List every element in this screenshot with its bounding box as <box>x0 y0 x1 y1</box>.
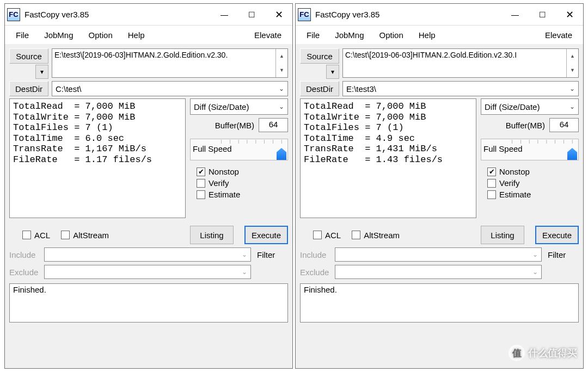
destdir-button[interactable]: DestDir <box>9 81 48 96</box>
source-history-dropdown[interactable]: ▾ <box>35 65 48 79</box>
chevron-down-icon: ⌄ <box>242 251 247 258</box>
menubar: File JobMng Option Help Elevate <box>5 26 292 44</box>
exclude-label: Exclude <box>300 268 332 277</box>
verify-checkbox[interactable]: Verify <box>197 178 286 188</box>
acl-checkbox[interactable]: ACL <box>22 231 50 240</box>
window-title: FastCopy ver3.85 <box>24 10 211 19</box>
source-button[interactable]: Source <box>300 48 339 64</box>
minimize-button[interactable]: — <box>501 4 529 25</box>
close-button[interactable]: ✕ <box>265 4 292 25</box>
chevron-down-icon: ⌄ <box>569 85 575 92</box>
buffer-label: Buffer(MB) <box>215 121 254 130</box>
nonstop-checkbox[interactable]: ✔Nonstop <box>197 167 286 176</box>
menu-file[interactable]: File <box>299 28 327 42</box>
include-select[interactable]: ⌄ <box>44 247 251 262</box>
speed-slider[interactable]: | | | | | | | | Full Speed <box>190 139 288 160</box>
exclude-select[interactable]: ⌄ <box>335 265 542 279</box>
menu-help[interactable]: Help <box>120 28 152 42</box>
fastcopy-window: FC FastCopy ver3.85 — ☐ ✕ File JobMng Op… <box>4 3 293 369</box>
source-path-input[interactable]: C:\test\[2019-06-03]HITMAN.2.Gold.Editio… <box>342 48 579 78</box>
chevron-down-icon: ⌄ <box>279 85 284 92</box>
buffer-input[interactable]: 64 <box>549 118 579 132</box>
exclude-label: Exclude <box>9 268 41 277</box>
chevron-down-icon: ⌄ <box>569 103 575 110</box>
source-path-input[interactable]: E:\test3\[2019-06-03]HITMAN.2.Gold.Editi… <box>52 48 288 78</box>
source-button[interactable]: Source <box>9 48 48 64</box>
dest-path-input[interactable]: C:\test\ ⌄ <box>52 81 288 96</box>
speed-slider[interactable]: | | | | | | | | Full Speed <box>481 139 579 160</box>
menu-jobmng[interactable]: JobMng <box>327 28 371 42</box>
menubar: File JobMng Option Help Elevate <box>296 26 583 44</box>
chevron-down-icon: ⌄ <box>279 103 284 110</box>
filter-checkbox[interactable]: Filter <box>254 250 288 259</box>
log-output: Finished. <box>9 283 288 323</box>
altstream-checkbox[interactable]: AltStream <box>352 231 400 240</box>
source-spin[interactable]: ▲▼ <box>566 49 578 77</box>
log-output: Finished. <box>300 283 579 323</box>
menu-help[interactable]: Help <box>411 28 443 42</box>
window-title: FastCopy ver3.85 <box>315 10 501 19</box>
source-history-dropdown[interactable]: ▾ <box>326 65 339 79</box>
app-icon: FC <box>7 8 20 21</box>
listing-button[interactable]: Listing <box>481 226 524 244</box>
mode-select[interactable]: Diff (Size/Date)⌄ <box>481 98 579 115</box>
slider-thumb-icon[interactable] <box>567 148 577 160</box>
close-button[interactable]: ✕ <box>556 4 583 25</box>
chevron-down-icon: ⌄ <box>532 251 538 258</box>
stats-panel: TotalRead = 7,000 MiB TotalWrite = 7,000… <box>9 98 186 218</box>
menu-jobmng[interactable]: JobMng <box>36 28 81 42</box>
buffer-input[interactable]: 64 <box>259 118 288 132</box>
minimize-button[interactable]: — <box>211 4 238 25</box>
maximize-button[interactable]: ☐ <box>238 4 265 25</box>
fastcopy-window: FC FastCopy ver3.85 — ☐ ✕ File JobMng Op… <box>295 3 584 369</box>
chevron-down-icon: ⌄ <box>532 268 538 276</box>
altstream-checkbox[interactable]: AltStream <box>61 231 109 240</box>
estimate-checkbox[interactable]: Estimate <box>197 190 286 199</box>
acl-checkbox[interactable]: ACL <box>313 231 341 240</box>
destdir-button[interactable]: DestDir <box>300 81 339 96</box>
include-select[interactable]: ⌄ <box>335 247 542 262</box>
execute-button[interactable]: Execute <box>244 226 288 244</box>
menu-option[interactable]: Option <box>372 28 411 42</box>
chevron-down-icon: ▾ <box>331 68 334 76</box>
mode-select[interactable]: Diff (Size/Date)⌄ <box>190 98 288 115</box>
buffer-label: Buffer(MB) <box>506 121 545 130</box>
dest-path-input[interactable]: E:\test3\ ⌄ <box>342 81 579 96</box>
filter-checkbox[interactable]: Filter <box>545 250 579 259</box>
nonstop-checkbox[interactable]: ✔Nonstop <box>487 167 577 176</box>
estimate-checkbox[interactable]: Estimate <box>487 190 577 199</box>
listing-button[interactable]: Listing <box>190 226 234 244</box>
titlebar: FC FastCopy ver3.85 — ☐ ✕ <box>5 4 292 26</box>
stats-panel: TotalRead = 7,000 MiB TotalWrite = 7,000… <box>300 98 476 218</box>
menu-elevate[interactable]: Elevate <box>537 28 580 42</box>
menu-option[interactable]: Option <box>81 28 120 42</box>
menu-elevate[interactable]: Elevate <box>247 28 289 42</box>
slider-thumb-icon[interactable] <box>277 148 286 160</box>
chevron-down-icon: ▾ <box>40 68 44 76</box>
menu-file[interactable]: File <box>8 28 36 42</box>
execute-button[interactable]: Execute <box>535 226 579 244</box>
verify-checkbox[interactable]: Verify <box>487 178 577 188</box>
app-icon: FC <box>298 8 311 21</box>
exclude-select[interactable]: ⌄ <box>44 265 251 279</box>
chevron-down-icon: ⌄ <box>242 268 247 276</box>
maximize-button[interactable]: ☐ <box>529 4 556 25</box>
source-spin[interactable]: ▲▼ <box>275 49 287 77</box>
include-label: Include <box>300 250 332 259</box>
include-label: Include <box>9 250 41 259</box>
titlebar: FC FastCopy ver3.85 — ☐ ✕ <box>296 4 583 26</box>
